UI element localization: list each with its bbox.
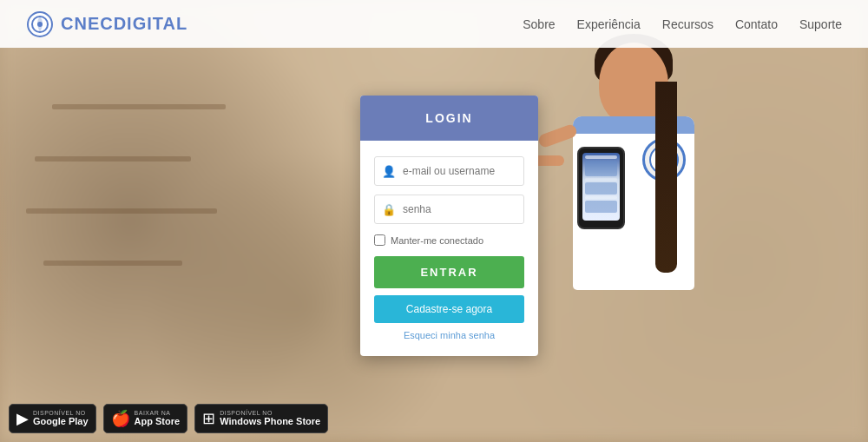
login-body: 👤 🔒 Manter-me conectado ENTRAR Cadastre-…	[360, 141, 538, 356]
email-field-group: 👤	[374, 156, 524, 186]
app-store-badge[interactable]: 🍎 Baixar na App Store	[103, 404, 188, 433]
logo-icon	[26, 10, 54, 38]
nav-suporte[interactable]: Suporte	[799, 17, 842, 31]
register-button[interactable]: Cadastre-se agora	[374, 295, 524, 323]
apple-icon: 🍎	[111, 409, 130, 428]
person-hair-long	[655, 82, 677, 273]
app-store-sub: Baixar na	[135, 410, 181, 416]
decor-shelf	[26, 208, 217, 214]
windows-phone-text: Disponível no Windows Phone Store	[220, 410, 320, 427]
google-play-text: DISPONÍVEL NO Google Play	[33, 410, 89, 427]
password-input[interactable]	[374, 195, 524, 224]
decor-shelf	[52, 104, 226, 109]
app-store-name: App Store	[135, 416, 181, 427]
remember-me-label[interactable]: Manter-me conectado	[374, 234, 524, 246]
google-play-badge[interactable]: ▶ DISPONÍVEL NO Google Play	[9, 404, 96, 433]
remember-me-text: Manter-me conectado	[391, 235, 483, 246]
lock-icon: 🔒	[382, 203, 396, 216]
password-field-group: 🔒	[374, 195, 524, 224]
phone-screen	[582, 153, 620, 221]
windows-phone-name: Windows Phone Store	[220, 416, 320, 427]
remember-me-checkbox[interactable]	[374, 234, 385, 246]
header: CNECDIGITAL Sobre Experiência Recursos C…	[0, 0, 868, 48]
login-header: LOGIN	[360, 96, 538, 141]
login-title: LOGIN	[425, 111, 472, 125]
logo-cnec: CNEC	[61, 14, 114, 33]
logo-digital: DIGITAL	[114, 14, 188, 33]
google-play-name: Google Play	[33, 416, 89, 427]
email-input[interactable]	[374, 156, 524, 186]
forgot-password-link[interactable]: Esqueci minha senha	[374, 330, 524, 340]
login-card: LOGIN 👤 🔒 Manter-me conectado ENTRAR Cad…	[360, 96, 538, 356]
logo: CNECDIGITAL	[26, 10, 187, 38]
logo-text: CNECDIGITAL	[61, 14, 187, 34]
svg-point-2	[37, 22, 43, 27]
nav-sobre[interactable]: Sobre	[523, 17, 555, 31]
navigation: Sobre Experiência Recursos Contato Supor…	[523, 17, 842, 31]
windows-phone-sub: Disponível no	[220, 410, 320, 416]
nav-contato[interactable]: Contato	[735, 17, 778, 31]
nav-recursos[interactable]: Recursos	[662, 17, 713, 31]
decor-shelf	[43, 261, 182, 266]
windows-icon: ⊞	[202, 409, 215, 428]
decor-shelf	[35, 156, 191, 162]
nav-experiencia[interactable]: Experiência	[577, 17, 641, 31]
enter-button[interactable]: ENTRAR	[374, 256, 524, 288]
user-icon: 👤	[382, 165, 396, 178]
store-badges: ▶ DISPONÍVEL NO Google Play 🍎 Baixar na …	[9, 404, 328, 433]
google-play-sub: DISPONÍVEL NO	[33, 410, 89, 416]
app-store-text: Baixar na App Store	[135, 410, 181, 427]
windows-phone-badge[interactable]: ⊞ Disponível no Windows Phone Store	[194, 404, 328, 433]
phone	[577, 147, 625, 229]
google-play-icon: ▶	[16, 409, 29, 428]
